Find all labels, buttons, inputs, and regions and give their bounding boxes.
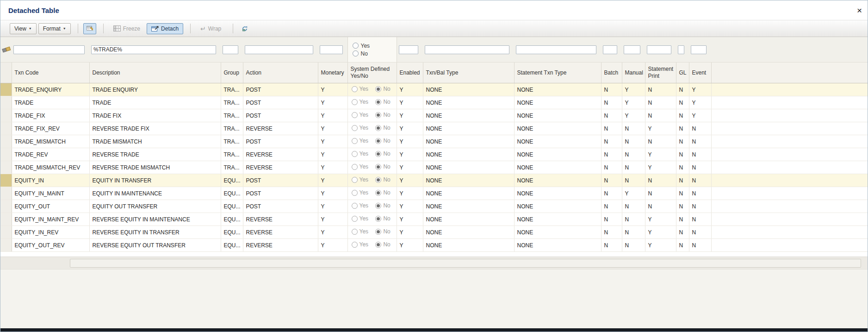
- system-defined-no-radio[interactable]: No: [375, 150, 390, 157]
- table-row[interactable]: TRADE_MISMATCH TRADE MISMATCH TRA... POS…: [0, 135, 868, 148]
- format-menu-button[interactable]: Format ▼: [38, 23, 71, 34]
- filter-batch-input[interactable]: [603, 45, 617, 54]
- radio-icon: [375, 125, 381, 131]
- col-header-batch[interactable]: Batch: [601, 63, 622, 83]
- cell-group: EQU...: [221, 226, 243, 239]
- cell-description: REVERSE TRADE FIX: [89, 122, 221, 135]
- cell-enabled: Y: [397, 200, 423, 213]
- table-row[interactable]: TRADE_ENQUIRY TRADE ENQUIRY TRA... POST …: [0, 83, 868, 96]
- row-selector-cell[interactable]: [0, 122, 12, 135]
- cell-statement-print: N: [645, 109, 676, 122]
- system-defined-no-radio[interactable]: No: [375, 176, 390, 183]
- table-row[interactable]: TRADE_MISMATCH_REV REVERSE TRADE MISMATC…: [0, 161, 868, 174]
- filter-action-input[interactable]: [245, 45, 313, 54]
- system-defined-yes-radio[interactable]: Yes: [352, 138, 369, 144]
- filter-system-defined-no-radio[interactable]: No: [353, 50, 392, 57]
- filter-enabled-input[interactable]: [399, 45, 419, 54]
- system-defined-no-radio[interactable]: No: [375, 99, 390, 105]
- filter-txn-bal-type-input[interactable]: [425, 45, 509, 54]
- filter-event-input[interactable]: [691, 45, 707, 54]
- row-selector-cell[interactable]: [0, 109, 12, 122]
- table-row[interactable]: EQUITY_IN_REV REVERSE EQUITY IN TRANSFER…: [0, 226, 868, 239]
- scrollbar-thumb[interactable]: [70, 259, 861, 268]
- row-selector-cell[interactable]: [0, 239, 12, 252]
- row-selector-cell[interactable]: [0, 200, 12, 213]
- system-defined-no-radio[interactable]: No: [375, 215, 390, 222]
- close-icon[interactable]: ×: [857, 6, 862, 15]
- system-defined-no-radio[interactable]: No: [375, 241, 390, 248]
- col-header-monetary[interactable]: Monetary: [318, 63, 347, 83]
- table-row[interactable]: TRADE_FIX_REV REVERSE TRADE FIX TRA... R…: [0, 122, 868, 135]
- filter-txn-code-input[interactable]: [13, 45, 85, 54]
- table-row[interactable]: EQUITY_IN EQUITY IN TRANSFER EQU... POST…: [0, 174, 868, 187]
- system-defined-no-radio[interactable]: No: [375, 138, 390, 144]
- wrap-button[interactable]: ↵ Wrap: [196, 23, 226, 34]
- system-defined-yes-radio[interactable]: Yes: [352, 241, 369, 248]
- cell-monetary: Y: [318, 109, 347, 122]
- row-selector-cell[interactable]: [0, 148, 12, 161]
- system-defined-no-radio[interactable]: No: [375, 112, 390, 118]
- col-header-enabled[interactable]: Enabled: [397, 63, 423, 83]
- view-menu-button[interactable]: View ▼: [10, 23, 37, 34]
- eraser-icon[interactable]: [2, 45, 11, 53]
- row-selector-cell[interactable]: [0, 187, 12, 200]
- col-header-statement-print[interactable]: Statement Print: [645, 63, 676, 83]
- filter-manual-input[interactable]: [624, 45, 640, 54]
- table-row[interactable]: EQUITY_IN_MAINT_REV REVERSE EQUITY IN MA…: [0, 213, 868, 226]
- system-defined-no-radio[interactable]: No: [375, 228, 390, 235]
- system-defined-yes-radio[interactable]: Yes: [352, 202, 369, 209]
- table-row[interactable]: EQUITY_IN_MAINT EQUITY IN MAINTENANCE EQ…: [0, 187, 868, 200]
- filter-statement-print-input[interactable]: [647, 45, 671, 54]
- col-header-description[interactable]: Description: [89, 63, 221, 83]
- query-by-example-button[interactable]: [83, 23, 96, 34]
- cell-statement-txn-type: NONE: [514, 187, 601, 200]
- col-header-event[interactable]: Event: [689, 63, 711, 83]
- filter-gl-input[interactable]: [678, 45, 684, 54]
- detach-button[interactable]: Detach: [147, 23, 183, 34]
- system-defined-yes-radio[interactable]: Yes: [352, 125, 369, 131]
- row-selector-cell[interactable]: [0, 83, 12, 96]
- col-header-group[interactable]: Group: [221, 63, 243, 83]
- horizontal-scrollbar[interactable]: [0, 257, 868, 269]
- col-header-action[interactable]: Action: [243, 63, 318, 83]
- cell-gl: N: [676, 96, 689, 109]
- system-defined-yes-radio[interactable]: Yes: [352, 163, 369, 170]
- system-defined-no-radio[interactable]: No: [375, 86, 390, 92]
- system-defined-yes-radio[interactable]: Yes: [352, 176, 369, 183]
- table-row[interactable]: TRADE_REV REVERSE TRADE TRA... REVERSE Y…: [0, 148, 868, 161]
- table-row[interactable]: EQUITY_OUT_REV REVERSE EQUITY OUT TRANSF…: [0, 239, 868, 252]
- system-defined-no-radio[interactable]: No: [375, 125, 390, 131]
- row-selector-cell[interactable]: [0, 226, 12, 239]
- filter-system-defined-yes-radio[interactable]: Yes: [353, 43, 392, 49]
- system-defined-no-radio[interactable]: No: [375, 202, 390, 209]
- system-defined-yes-radio[interactable]: Yes: [352, 215, 369, 222]
- row-selector-cell[interactable]: [0, 135, 12, 148]
- row-selector-cell[interactable]: [0, 213, 12, 226]
- freeze-button[interactable]: Freeze: [109, 23, 145, 34]
- row-selector-cell[interactable]: [0, 161, 12, 174]
- col-header-system-defined[interactable]: System Defined Yes/No: [347, 63, 397, 83]
- system-defined-yes-radio[interactable]: Yes: [352, 112, 369, 118]
- row-selector-cell[interactable]: [0, 96, 12, 109]
- col-header-manual[interactable]: Manual: [622, 63, 645, 83]
- system-defined-yes-radio[interactable]: Yes: [352, 189, 369, 196]
- col-header-statement-txn-type[interactable]: Statement Txn Type: [514, 63, 601, 83]
- system-defined-yes-radio[interactable]: Yes: [352, 228, 369, 235]
- system-defined-yes-radio[interactable]: Yes: [352, 150, 369, 157]
- system-defined-no-radio[interactable]: No: [375, 163, 390, 170]
- filter-description-input[interactable]: [91, 45, 216, 54]
- col-header-txn-bal-type[interactable]: Txn/Bal Type: [423, 63, 514, 83]
- row-selector-cell[interactable]: [0, 174, 12, 187]
- table-row[interactable]: TRADE TRADE TRA... POST Y Yes No Y NONE …: [0, 96, 868, 109]
- filter-group-input[interactable]: [223, 45, 238, 54]
- col-header-gl[interactable]: GL: [676, 63, 689, 83]
- system-defined-no-radio[interactable]: No: [375, 189, 390, 196]
- filter-monetary-input[interactable]: [320, 45, 343, 54]
- refresh-button[interactable]: [238, 23, 251, 34]
- table-row[interactable]: EQUITY_OUT EQUITY OUT TRANSFER EQU... PO…: [0, 200, 868, 213]
- system-defined-yes-radio[interactable]: Yes: [352, 86, 369, 92]
- col-header-txn-code[interactable]: Txn Code: [12, 63, 89, 83]
- table-row[interactable]: TRADE_FIX TRADE FIX TRA... POST Y Yes No…: [0, 109, 868, 122]
- system-defined-yes-radio[interactable]: Yes: [352, 99, 369, 105]
- filter-statement-txn-type-input[interactable]: [516, 45, 596, 54]
